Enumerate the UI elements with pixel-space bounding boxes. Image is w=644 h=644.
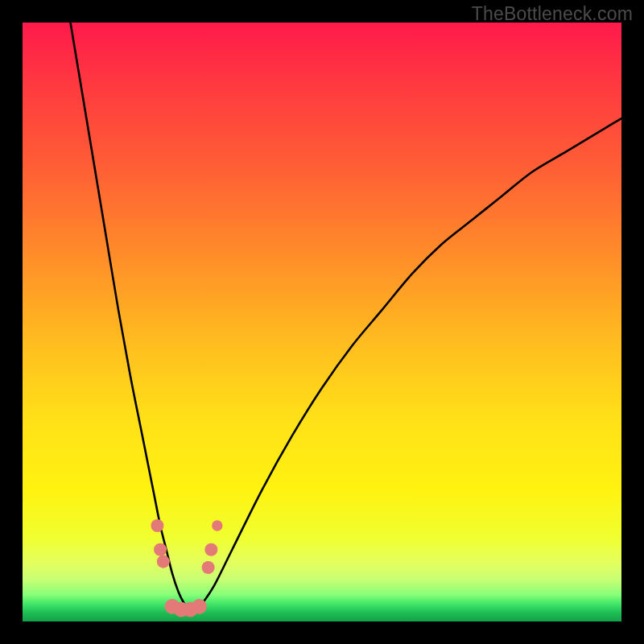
marker-left-cluster-1 <box>151 519 163 532</box>
marker-right-cluster-2 <box>204 543 217 556</box>
marker-right-cluster-3 <box>212 520 222 530</box>
plot-area <box>23 23 621 621</box>
chart-svg <box>23 23 621 621</box>
watermark-text: TheBottleneck.com <box>472 3 633 25</box>
marker-left-cluster-3 <box>157 555 170 568</box>
marker-right-cluster-1 <box>202 561 215 574</box>
marker-valley-4 <box>192 599 207 614</box>
marker-left-cluster-2 <box>154 543 167 556</box>
outer-frame: TheBottleneck.com <box>0 0 644 644</box>
